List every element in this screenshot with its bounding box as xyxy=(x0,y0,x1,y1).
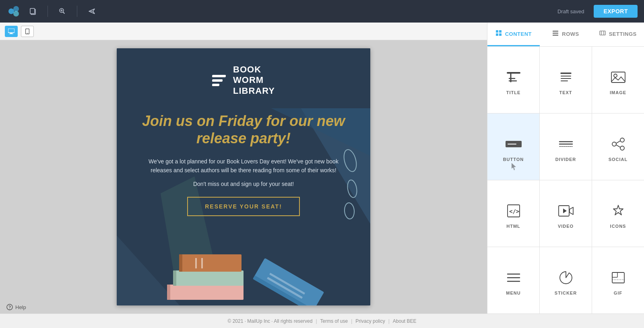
content-item-text[interactable]: TEXT xyxy=(540,47,592,113)
svg-point-53 xyxy=(614,74,617,77)
svg-point-60 xyxy=(612,142,616,146)
sticker-label: STICKER xyxy=(555,291,577,295)
content-item-social[interactable]: SOCIAL xyxy=(592,113,644,180)
export-button[interactable]: EXPORT xyxy=(594,5,638,18)
settings-tab-icon xyxy=(599,30,606,38)
svg-rect-38 xyxy=(553,31,558,32)
help-label: Help xyxy=(15,304,26,310)
svg-rect-29 xyxy=(201,258,203,268)
svg-rect-28 xyxy=(195,258,197,268)
svg-point-76 xyxy=(9,309,10,309)
menu-label: MENU xyxy=(506,291,520,295)
rows-tab-icon xyxy=(552,30,559,38)
gif-label: GIF xyxy=(614,291,622,295)
svg-rect-36 xyxy=(496,33,498,36)
video-label: VIDEO xyxy=(558,224,574,229)
icons-icon xyxy=(609,202,627,220)
svg-rect-10 xyxy=(8,29,14,33)
navbar-divider xyxy=(47,6,48,17)
tab-rows[interactable]: ROWS xyxy=(540,23,592,46)
navbar: Draft saved EXPORT xyxy=(0,0,644,23)
tab-content[interactable]: CONTENT xyxy=(487,23,540,46)
svg-rect-6 xyxy=(63,12,65,14)
content-item-sticker[interactable]: STICKER xyxy=(540,247,592,314)
content-item-video[interactable]: VIDEO xyxy=(540,180,592,247)
text-icon xyxy=(557,68,575,86)
content-item-button[interactable]: BUTTON xyxy=(487,113,539,180)
footer-about-link[interactable]: About BEE xyxy=(393,318,417,324)
svg-point-1 xyxy=(13,6,19,12)
sidebar-tabs: CONTENT ROWS xyxy=(487,23,644,47)
svg-rect-35 xyxy=(499,30,502,33)
svg-marker-67 xyxy=(570,207,573,215)
svg-marker-68 xyxy=(563,208,567,213)
social-icon xyxy=(609,135,627,153)
main-area: BOOK WORM LIBRARY xyxy=(0,23,644,314)
content-item-title[interactable]: TITLE xyxy=(487,47,539,113)
tab-rows-label: ROWS xyxy=(562,31,579,37)
svg-rect-26 xyxy=(173,270,176,286)
svg-rect-27 xyxy=(167,285,170,300)
content-item-divider[interactable]: DIVIDER xyxy=(540,113,592,180)
social-label: SOCIAL xyxy=(609,157,628,162)
draft-saved-label: Draft saved xyxy=(557,8,584,14)
sidebar: CONTENT ROWS xyxy=(487,23,644,314)
svg-rect-73 xyxy=(612,272,617,277)
content-grid: TITLE TEXT xyxy=(487,47,644,314)
books-illustration xyxy=(137,224,350,305)
email-body-1: We've got a lot planned for our Book Lov… xyxy=(137,157,350,175)
svg-point-59 xyxy=(620,138,624,142)
email-preview: BOOK WORM LIBRARY xyxy=(117,48,370,305)
email-header-section: BOOK WORM LIBRARY xyxy=(117,48,370,108)
svg-point-2 xyxy=(13,11,19,17)
search-icon-btn[interactable] xyxy=(55,4,70,19)
svg-rect-52 xyxy=(611,72,625,83)
content-item-html[interactable]: </> HTML xyxy=(487,180,539,247)
svg-point-21 xyxy=(344,202,355,219)
icons-label: ICONS xyxy=(610,224,626,229)
svg-point-61 xyxy=(620,146,624,150)
svg-rect-34 xyxy=(496,30,498,33)
tab-settings[interactable]: SETTINGS xyxy=(592,23,644,46)
footer-privacy-link[interactable]: Privacy policy xyxy=(355,318,385,324)
canvas-scroll: BOOK WORM LIBRARY xyxy=(0,40,487,314)
footer-copyright: © 2021 · MailUp Inc · All rights reserve… xyxy=(227,318,312,324)
desktop-view-btn[interactable] xyxy=(5,26,18,37)
content-item-gif[interactable]: GIF xyxy=(592,247,644,314)
svg-point-0 xyxy=(8,8,14,14)
content-item-menu[interactable]: MENU xyxy=(487,247,539,314)
logo-text: BOOK WORM LIBRARY xyxy=(233,64,275,96)
html-icon: </> xyxy=(505,202,522,220)
title-icon xyxy=(505,68,522,86)
email-body-2: Don't miss out and sign up for your seat… xyxy=(137,179,350,188)
canvas-toolbar xyxy=(0,23,487,40)
image-icon xyxy=(609,68,627,86)
logo-bar-3 xyxy=(212,84,220,86)
button-icon xyxy=(505,135,522,153)
tab-content-label: CONTENT xyxy=(505,31,532,37)
text-label: TEXT xyxy=(559,90,572,95)
svg-rect-37 xyxy=(499,33,502,36)
email-cta-button[interactable]: RESERVE YOUR SEAT! xyxy=(187,197,300,216)
menu-icon xyxy=(505,269,522,287)
svg-line-63 xyxy=(616,145,620,147)
svg-text:</>: </> xyxy=(509,208,519,215)
content-item-icons[interactable]: ICONS xyxy=(592,180,644,247)
logo-bars xyxy=(212,75,226,86)
svg-rect-41 xyxy=(600,31,605,35)
title-label: TITLE xyxy=(506,90,521,95)
help-button[interactable]: Help xyxy=(0,301,33,314)
svg-rect-22 xyxy=(167,285,244,300)
svg-line-62 xyxy=(616,141,620,143)
logo-bar-1 xyxy=(212,75,226,77)
copy-icon-btn[interactable] xyxy=(26,4,40,19)
footer-terms-link[interactable]: Terms of use xyxy=(320,318,348,324)
divider-label: DIVIDER xyxy=(555,157,576,162)
send-icon-btn[interactable] xyxy=(85,4,99,19)
image-label: IMAGE xyxy=(610,90,626,95)
mobile-view-btn[interactable] xyxy=(21,26,34,37)
content-item-image[interactable]: IMAGE xyxy=(592,47,644,113)
app-logo xyxy=(6,4,21,19)
svg-rect-23 xyxy=(173,270,244,286)
svg-rect-25 xyxy=(179,254,182,272)
